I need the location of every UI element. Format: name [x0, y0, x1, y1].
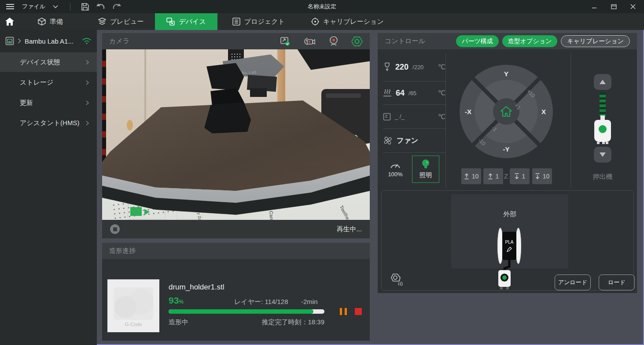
tab-preview[interactable]: プレビュー [87, 13, 155, 30]
temperature-column: 220 /220 ℃ 64 /65 ℃ _ /_ ℃ ファン [383, 53, 445, 183]
sidebar-item-assistant-hms[interactable]: アシスタント(HMS) [0, 113, 97, 133]
z-up-1-button[interactable]: 1 [483, 168, 503, 184]
progress-fill [169, 309, 313, 314]
home-button[interactable] [493, 98, 519, 125]
bambu-studio-window: ファイル 名称未設定 [0, 0, 644, 345]
chamber-icon [383, 113, 391, 121]
bed-temp-row[interactable]: 64 /65 ℃ [383, 82, 445, 105]
tab-project[interactable]: プロジェクト [221, 13, 296, 30]
progress-bar [169, 309, 324, 314]
speed-value: 100% [388, 171, 402, 178]
live-stream-icon[interactable] [351, 36, 363, 47]
control-panel: コントロール パーツ構成 造型オプション キャリブレーション 220 /220 … [378, 33, 637, 293]
stop-print-button[interactable] [355, 308, 362, 315]
parts-config-button[interactable]: パーツ構成 [456, 35, 499, 47]
tab-home[interactable] [0, 13, 19, 30]
diagram-green-arrow [144, 209, 150, 215]
chamber-temp-unit: ℃ [438, 113, 445, 121]
speed-control[interactable]: 100% [383, 156, 408, 183]
z-down-10-button[interactable]: 10 [532, 168, 552, 184]
home-icon [5, 18, 14, 26]
filament-spool[interactable]: PLA [502, 232, 516, 260]
maximize-button[interactable] [607, 2, 620, 11]
xy-move-pad[interactable]: Y -Y X -X +10 +1 -1 -10 [460, 65, 553, 158]
title-bar: ファイル 名称未設定 [0, 0, 644, 13]
frame-edge [102, 49, 106, 166]
filament-section: 外部 PLA アンロード ロード [381, 190, 634, 291]
sidebar-item-device-status[interactable]: デバイス状態 [0, 52, 97, 72]
timelapse-record-icon[interactable] [303, 36, 316, 47]
undo-button[interactable] [95, 1, 107, 12]
print-status: 造形中 [169, 318, 188, 326]
speed-gauge-icon [390, 161, 401, 169]
bed-temp-unit: ℃ [438, 89, 445, 97]
fan-row[interactable]: ファン [383, 129, 445, 153]
external-slot-label: 外部 [451, 210, 568, 219]
x-plus-label: X [541, 108, 546, 115]
camera-live-view: Safety Zone Camera Toolhe Bambu Lab [102, 49, 370, 220]
camera-panel-title: カメラ [109, 37, 129, 45]
tab-prepare[interactable]: 準備 [26, 13, 74, 30]
chevron-down-icon[interactable] [50, 1, 61, 12]
main-tab-bar: 準備 プレビュー デバイス プロジェクト キャリブレーション [0, 13, 644, 30]
external-spool-slot[interactable]: 外部 PLA [451, 194, 568, 268]
nozzle-temp-row[interactable]: 220 /220 ℃ [383, 53, 445, 82]
x-minus-label: -X [465, 108, 471, 115]
extrude-up-button[interactable] [594, 74, 611, 90]
fan-icon [383, 136, 393, 145]
save-button[interactable] [79, 1, 91, 12]
sidebar-item-update[interactable]: 更新 [0, 93, 97, 113]
progress-panel-header: 造形進捗 [102, 243, 370, 259]
tab-calibration[interactable]: キャリブレーション [300, 13, 395, 30]
triangle-down-icon [600, 152, 606, 157]
nozzle-temp-target: /220 [412, 64, 423, 70]
z-down-1-button[interactable]: 1 [510, 168, 530, 184]
light-toggle[interactable]: 照明 [412, 156, 439, 183]
redo-button[interactable] [111, 1, 122, 12]
calibration-icon [311, 18, 319, 26]
layer-counter: レイヤー: 114/128 [234, 298, 288, 306]
extruder-label: 押出機 [570, 173, 635, 181]
divider [445, 54, 446, 188]
control-panel-header: コントロール パーツ構成 造型オプション キャリブレーション [378, 33, 637, 49]
calibration-button[interactable]: キャリブレーション [561, 35, 630, 47]
filament-material-label: PLA [505, 240, 514, 245]
y-plus-label: Y [460, 70, 553, 78]
unload-filament-button[interactable]: アンロード [555, 275, 591, 290]
filament-tube-graphic [600, 93, 606, 117]
sidebar-item-storage[interactable]: ストレージ [0, 72, 97, 93]
playback-list-icon[interactable] [280, 36, 291, 47]
z-up-10-button[interactable]: 10 [461, 168, 481, 184]
pause-print-button[interactable] [340, 308, 347, 315]
project-icon [232, 18, 240, 26]
fan-label: ファン [397, 136, 418, 145]
nozzle-temp-current: 220 [395, 63, 408, 72]
print-options-button[interactable]: 造型オプション [502, 35, 558, 47]
bed-temp-target: /65 [408, 90, 416, 96]
printer-icon [5, 37, 14, 45]
bed-temp-current: 64 [396, 89, 405, 98]
device-sidebar: Bambu Lab A1... デバイス状態 ストレージ 更新 アシスタント(H… [0, 30, 97, 345]
chevron-right-icon [18, 38, 21, 44]
file-menu[interactable]: ファイル [22, 3, 45, 11]
webcam-record-icon[interactable] [328, 36, 339, 47]
ams-settings-icon[interactable] [389, 273, 404, 287]
nozzle-temp-unit: ℃ [438, 63, 445, 71]
eta-label: 推定完了時刻：18:39 [225, 318, 324, 326]
minimize-button[interactable] [588, 2, 601, 11]
wifi-icon [82, 37, 92, 45]
extruder-mini-graphic [498, 270, 511, 287]
arrow-up-bar-icon [464, 173, 469, 179]
extrude-down-button[interactable] [594, 147, 611, 163]
chevron-right-icon [86, 100, 89, 105]
load-filament-button[interactable]: ロード [599, 275, 635, 290]
hamburger-menu-icon[interactable] [4, 1, 16, 12]
edit-pencil-icon [507, 247, 512, 252]
device-selector[interactable]: Bambu Lab A1... [0, 30, 97, 52]
tab-device[interactable]: デバイス [155, 13, 217, 30]
close-button[interactable] [626, 2, 640, 11]
print-file-name: drum_holder1.stl [169, 283, 224, 292]
light-bulb-icon [421, 159, 431, 170]
progress-percent: 93% [169, 295, 184, 306]
stop-stream-button[interactable] [110, 224, 120, 234]
